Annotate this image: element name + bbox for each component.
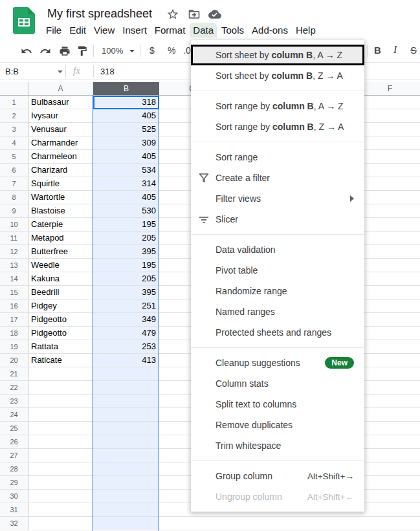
menubar-item-data[interactable]: Data bbox=[190, 23, 217, 38]
cell-B16[interactable]: 251 bbox=[93, 299, 159, 313]
cell-A27[interactable] bbox=[28, 449, 93, 462]
menu-item-cleanup-suggestions[interactable]: Cleanup suggestionsNew bbox=[191, 352, 364, 373]
menu-item-group-column[interactable]: Group columnAlt+Shift+→ bbox=[191, 466, 364, 486]
cell-A26[interactable] bbox=[28, 435, 93, 449]
cell-B14[interactable]: 205 bbox=[93, 272, 159, 286]
menubar-item-help[interactable]: Help bbox=[293, 23, 319, 38]
row-header-28[interactable]: 28 bbox=[0, 462, 28, 476]
document-title[interactable]: My first spreadsheet bbox=[47, 7, 152, 21]
menubar-item-view[interactable]: View bbox=[91, 23, 118, 38]
cell-B20[interactable]: 413 bbox=[93, 354, 159, 367]
menubar-item-edit[interactable]: Edit bbox=[66, 23, 89, 38]
cell-A23[interactable] bbox=[28, 395, 93, 408]
cell-B10[interactable]: 195 bbox=[93, 218, 159, 232]
cell-B32[interactable] bbox=[93, 517, 159, 530]
name-box[interactable]: B:B bbox=[5, 67, 19, 76]
cell-B23[interactable] bbox=[93, 395, 159, 408]
menubar-item-insert[interactable]: Insert bbox=[119, 23, 150, 38]
cell-A8[interactable]: Wartortle bbox=[28, 191, 93, 204]
row-header-18[interactable]: 18 bbox=[0, 327, 28, 340]
cell-A21[interactable] bbox=[28, 367, 93, 381]
cell-A9[interactable]: Blastoise bbox=[28, 204, 93, 218]
row-header-10[interactable]: 10 bbox=[0, 218, 28, 232]
row-header-14[interactable]: 14 bbox=[0, 272, 28, 286]
cell-A16[interactable]: Pidgey bbox=[28, 299, 93, 313]
cell-A7[interactable]: Squirtle bbox=[28, 177, 93, 191]
menu-item-column-stats[interactable]: Column stats bbox=[191, 373, 364, 394]
cell-A28[interactable] bbox=[28, 462, 93, 476]
menu-item-remove-duplicates[interactable]: Remove duplicates bbox=[191, 415, 364, 435]
cell-B26[interactable] bbox=[93, 435, 159, 449]
row-header-8[interactable]: 8 bbox=[0, 191, 28, 204]
sheets-logo[interactable] bbox=[13, 7, 35, 34]
cell-B18[interactable]: 479 bbox=[93, 327, 159, 340]
cell-A12[interactable]: Butterfree bbox=[28, 245, 93, 259]
cell-A24[interactable] bbox=[28, 408, 93, 422]
bold-button[interactable]: B bbox=[374, 45, 381, 56]
row-header-19[interactable]: 19 bbox=[0, 340, 28, 354]
row-header-29[interactable]: 29 bbox=[0, 476, 28, 490]
menu-item-filter-views[interactable]: Filter views bbox=[191, 188, 364, 209]
cell-B28[interactable] bbox=[93, 462, 159, 476]
menubar-item-format[interactable]: Format bbox=[151, 23, 189, 38]
format-currency-button[interactable]: $ bbox=[149, 45, 155, 56]
menu-item-sort-sheet-by-column-b-a-z[interactable]: Sort sheet by column B, A → Z bbox=[191, 45, 364, 65]
row-header-21[interactable]: 21 bbox=[0, 367, 28, 381]
menu-item-split-text-to-columns[interactable]: Split text to columns bbox=[191, 394, 364, 415]
row-header-32[interactable]: 32 bbox=[0, 517, 28, 530]
cell-B12[interactable]: 395 bbox=[93, 245, 159, 259]
row-header-12[interactable]: 12 bbox=[0, 245, 28, 259]
star-icon[interactable] bbox=[166, 7, 180, 21]
menubar-item-file[interactable]: File bbox=[43, 23, 65, 38]
move-to-folder-icon[interactable] bbox=[187, 7, 201, 21]
menu-item-randomize-range[interactable]: Randomize range bbox=[191, 281, 364, 301]
row-header-31[interactable]: 31 bbox=[0, 503, 28, 517]
cell-A6[interactable]: Charizard bbox=[28, 164, 93, 177]
cell-B7[interactable]: 314 bbox=[93, 177, 159, 191]
row-header-16[interactable]: 16 bbox=[0, 299, 28, 313]
cell-B29[interactable] bbox=[93, 476, 159, 490]
row-header-30[interactable]: 30 bbox=[0, 490, 28, 503]
row-header-17[interactable]: 17 bbox=[0, 313, 28, 327]
menu-item-sort-range-by-column-b-z-a[interactable]: Sort range by column B, Z → A bbox=[191, 116, 364, 137]
cell-A31[interactable] bbox=[28, 503, 93, 517]
menu-item-pivot-table[interactable]: Pivot table bbox=[191, 260, 364, 281]
row-header-13[interactable]: 13 bbox=[0, 259, 28, 272]
row-header-15[interactable]: 15 bbox=[0, 286, 28, 299]
cell-B9[interactable]: 530 bbox=[93, 204, 159, 218]
row-header-26[interactable]: 26 bbox=[0, 435, 28, 449]
menu-item-sort-range[interactable]: Sort range bbox=[191, 147, 364, 168]
menu-item-create-a-filter[interactable]: Create a filter bbox=[191, 168, 364, 188]
row-header-23[interactable]: 23 bbox=[0, 395, 28, 408]
menubar-item-add-ons[interactable]: Add-ons bbox=[249, 23, 291, 38]
cell-A18[interactable]: Pidgeotto bbox=[28, 327, 93, 340]
row-header-4[interactable]: 4 bbox=[0, 136, 28, 150]
cloud-saved-icon[interactable] bbox=[208, 7, 222, 21]
cell-A19[interactable]: Rattata bbox=[28, 340, 93, 354]
row-header-5[interactable]: 5 bbox=[0, 150, 28, 164]
menu-item-sort-range-by-column-b-a-z[interactable]: Sort range by column B, A → Z bbox=[191, 96, 364, 116]
row-header-3[interactable]: 3 bbox=[0, 123, 28, 136]
row-header-27[interactable]: 27 bbox=[0, 449, 28, 462]
menu-item-sort-sheet-by-column-b-z-a[interactable]: Sort sheet by column B, Z → A bbox=[191, 65, 364, 86]
cell-A32[interactable] bbox=[28, 517, 93, 530]
cell-A2[interactable]: Ivysaur bbox=[28, 109, 93, 123]
cell-B22[interactable] bbox=[93, 381, 159, 395]
cell-A13[interactable]: Weedle bbox=[28, 259, 93, 272]
cell-B3[interactable]: 525 bbox=[93, 123, 159, 136]
cell-A3[interactable]: Venusaur bbox=[28, 123, 93, 136]
cell-B4[interactable]: 309 bbox=[93, 136, 159, 150]
print-button[interactable] bbox=[58, 45, 71, 58]
cell-A10[interactable]: Caterpie bbox=[28, 218, 93, 232]
cell-A4[interactable]: Charmander bbox=[28, 136, 93, 150]
cell-B30[interactable] bbox=[93, 490, 159, 503]
redo-button[interactable] bbox=[39, 45, 52, 58]
cell-B6[interactable]: 534 bbox=[93, 164, 159, 177]
cell-A15[interactable]: Beedrill bbox=[28, 286, 93, 299]
format-percent-button[interactable]: % bbox=[168, 45, 175, 56]
zoom-select[interactable]: 100% bbox=[102, 46, 123, 56]
cell-A1[interactable]: Bulbasaur bbox=[28, 96, 93, 109]
cell-A29[interactable] bbox=[28, 476, 93, 490]
cell-rest-row-32[interactable] bbox=[159, 517, 420, 530]
row-header-1[interactable]: 1 bbox=[0, 96, 28, 109]
